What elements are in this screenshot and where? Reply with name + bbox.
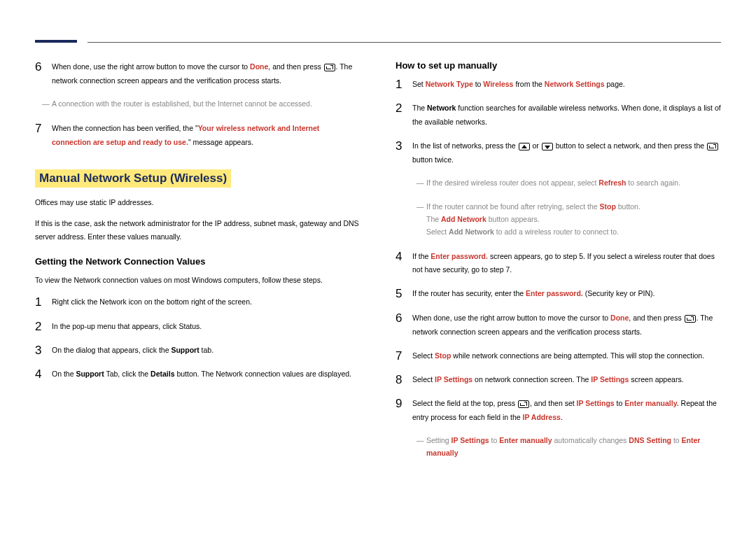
step-text: When done, use the right arrow button to… xyxy=(412,311,721,339)
step-text: Select Stop while network connections ar… xyxy=(412,349,721,363)
step-text: When done, use the right arrow button to… xyxy=(52,60,360,88)
step-6: 6 When done, use the right arrow button … xyxy=(35,60,360,88)
step-number: 3 xyxy=(35,344,52,358)
step-text: If the router has security, enter the En… xyxy=(412,287,721,301)
up-icon xyxy=(519,143,530,150)
left-column: 6 When done, use the right arrow button … xyxy=(35,60,360,471)
sub1-intro: To view the Network connection values on… xyxy=(35,274,360,287)
down-icon xyxy=(542,143,553,150)
note-refresh: If the desired wireless router does not … xyxy=(396,177,721,190)
step-text: Select IP Settings on network connection… xyxy=(412,373,721,387)
gv-step-1: 1 Right click the Network icon on the bo… xyxy=(35,295,360,309)
manual-steps-cont: 4 If the Enter password. screen appears,… xyxy=(396,250,721,426)
getting-values-steps: 1 Right click the Network icon on the bo… xyxy=(35,295,360,382)
m-step-2: 2 The Network function searches for avai… xyxy=(396,101,721,129)
m-step-7: 7 Select Stop while network connections … xyxy=(396,349,721,363)
m-step-4: 4 If the Enter password. screen appears,… xyxy=(396,250,721,278)
step-number: 6 xyxy=(396,311,412,325)
m-step-9: 9 Select the field at the top, press , a… xyxy=(396,397,721,425)
step-text: Right click the Network icon on the bott… xyxy=(52,295,360,309)
enter-icon xyxy=(685,315,696,323)
step-number: 4 xyxy=(35,367,52,381)
header-accent xyxy=(35,40,77,43)
step-number: 4 xyxy=(396,250,412,264)
manual-steps: 1 Set Network Type to Wireless from the … xyxy=(396,78,721,167)
subheading-manual-setup: How to set up manually xyxy=(396,60,721,71)
step-number: 8 xyxy=(396,373,412,387)
step-number: 5 xyxy=(396,287,412,301)
step-text: In the pop-up menu that appears, click S… xyxy=(52,320,360,334)
m-step-1: 1 Set Network Type to Wireless from the … xyxy=(396,78,721,92)
m-step-6: 6 When done, use the right arrow button … xyxy=(396,311,721,339)
step-text: If the Enter password. screen appears, g… xyxy=(412,250,721,278)
enter-icon xyxy=(518,400,529,408)
gv-step-2: 2 In the pop-up menu that appears, click… xyxy=(35,320,360,334)
step-text: On the dialog that appears, click the Su… xyxy=(52,344,360,358)
note-stop: If the router cannot be found after retr… xyxy=(396,201,721,239)
continued-steps-2: 7 When the connection has been verified,… xyxy=(35,122,360,150)
note-dns: Setting IP Settings to Enter manually au… xyxy=(396,435,721,460)
page-container: 6 When done, use the right arrow button … xyxy=(0,0,756,492)
step-text: In the list of networks, press the or bu… xyxy=(412,139,721,167)
intro-text-2: If this is the case, ask the network adm… xyxy=(35,217,360,244)
gv-step-3: 3 On the dialog that appears, click the … xyxy=(35,344,360,358)
step-number: 1 xyxy=(396,78,412,92)
step-text: On the Support Tab, click the Details bu… xyxy=(52,367,360,381)
step-text: Set Network Type to Wireless from the Ne… xyxy=(412,78,721,92)
note-connection: A connection with the router is establis… xyxy=(35,98,360,111)
step-text: The Network function searches for availa… xyxy=(412,101,721,129)
step-7: 7 When the connection has been verified,… xyxy=(35,122,360,150)
subheading-connection-values: Getting the Network Connection Values xyxy=(35,256,360,267)
step-text: Select the field at the top, press , and… xyxy=(412,397,721,425)
step-number: 3 xyxy=(396,139,412,153)
m-step-5: 5 If the router has security, enter the … xyxy=(396,287,721,301)
step-number: 2 xyxy=(35,320,52,334)
section-title-manual-setup: Manual Network Setup (Wireless) xyxy=(35,169,231,188)
intro-text-1: Offices may use static IP addresses. xyxy=(35,196,360,209)
step-number: 9 xyxy=(396,397,412,411)
two-column-layout: 6 When done, use the right arrow button … xyxy=(35,60,721,471)
right-column: How to set up manually 1 Set Network Typ… xyxy=(396,60,721,471)
enter-icon xyxy=(707,143,718,150)
enter-icon xyxy=(324,64,335,71)
step-number: 7 xyxy=(396,349,412,363)
step-number: 6 xyxy=(35,60,52,74)
continued-steps: 6 When done, use the right arrow button … xyxy=(35,60,360,88)
gv-step-4: 4 On the Support Tab, click the Details … xyxy=(35,367,360,381)
m-step-3: 3 In the list of networks, press the or … xyxy=(396,139,721,167)
step-number: 2 xyxy=(396,101,412,115)
step-text: When the connection has been verified, t… xyxy=(52,122,360,150)
step-number: 1 xyxy=(35,295,52,309)
header-rule xyxy=(88,42,721,43)
step-number: 7 xyxy=(35,122,52,136)
m-step-8: 8 Select IP Settings on network connecti… xyxy=(396,373,721,387)
